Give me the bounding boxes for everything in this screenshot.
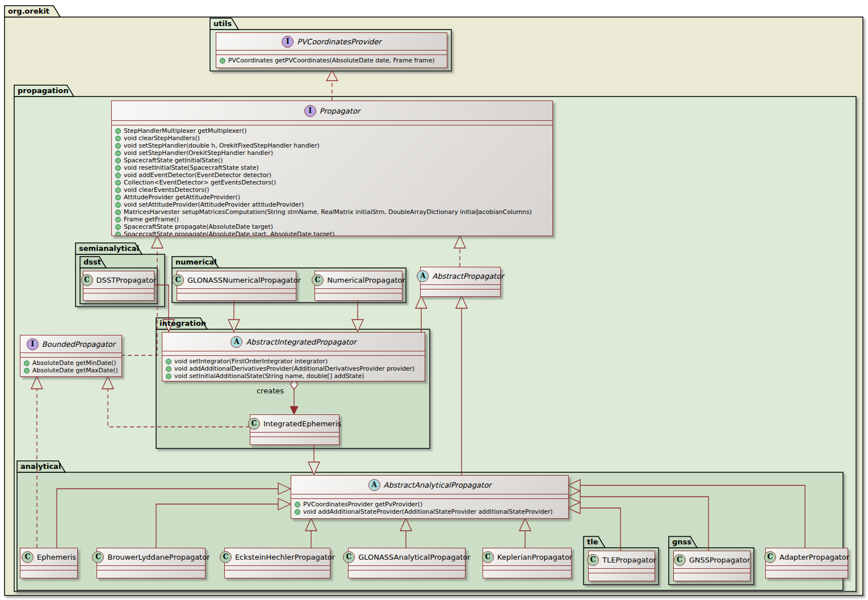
abstract-class-icon: A	[368, 479, 380, 491]
methods-compartment	[83, 293, 154, 300]
public-method-icon	[295, 509, 300, 515]
class-icon: C	[587, 554, 599, 566]
class-icon: C	[172, 274, 184, 286]
fields-compartment	[483, 566, 571, 570]
methods-compartment	[483, 570, 571, 578]
class-name: PVCoordinatesProvider	[297, 37, 381, 46]
fields-compartment	[162, 351, 425, 356]
fields-compartment	[766, 566, 848, 570]
package-label-org-orekit: org.orekit	[8, 7, 49, 15]
public-method-icon	[220, 58, 225, 64]
method: void setStepHandler(double h, OrekitFixe…	[115, 142, 549, 149]
method: AbsoluteDate getMinDate()	[24, 359, 118, 367]
fields-compartment	[97, 566, 205, 570]
class-title: C BrouwerLyddanePropagator	[97, 548, 205, 566]
method: SpacecraftState propagate(AbsoluteDate s…	[115, 230, 549, 236]
class-name: NumericalPropagator	[327, 276, 405, 284]
public-method-icon	[115, 150, 121, 156]
method: PVCoordinatesProvider getPvProvider()	[295, 501, 565, 508]
class-dsstpropagator: C DSSTPropagator	[83, 271, 154, 301]
class-glonassnumericalpropagator: C GLONASSNumericalPropagator	[177, 271, 296, 301]
public-method-icon	[115, 232, 121, 236]
methods-compartment	[315, 293, 402, 300]
fields-compartment	[349, 566, 465, 570]
class-title: C AdapterPropagator	[766, 548, 848, 566]
fields-compartment	[315, 289, 402, 293]
methods-compartment: StepHandlerMultiplexer getMultiplexer() …	[112, 125, 552, 236]
class-icon: C	[312, 274, 324, 286]
fields-compartment	[291, 494, 568, 499]
class-abstractintegratedpropagator: A AbstractIntegratedPropagator void setI…	[162, 332, 425, 381]
public-method-icon	[166, 366, 171, 372]
methods-compartment: PVCoordinatesProvider getPvProvider() vo…	[291, 499, 568, 518]
methods-compartment	[225, 570, 330, 578]
fields-compartment	[674, 569, 750, 573]
methods-compartment	[97, 570, 205, 578]
methods-compartment: AbsoluteDate getMinDate() AbsoluteDate g…	[20, 358, 121, 376]
class-title: A AbstractPropagator	[421, 267, 500, 285]
class-brouwerlyddanepropagator: C BrouwerLyddanePropagator	[97, 548, 206, 578]
class-icon: C	[343, 551, 355, 563]
abstract-class-icon: A	[417, 270, 429, 282]
fields-compartment	[20, 353, 121, 358]
package-label-propagation: propagation	[18, 86, 69, 95]
class-title: C DSSTPropagator	[83, 271, 154, 289]
public-method-icon	[115, 224, 121, 230]
class-name: BoundedPropagator	[42, 340, 115, 349]
fields-compartment	[216, 51, 447, 55]
public-method-icon	[24, 360, 30, 366]
method: StepHandlerMultiplexer getMultiplexer()	[115, 127, 549, 135]
class-title: C KeplerianPropagator	[483, 548, 571, 566]
method: MatricesHarvester setupMatricesComputati…	[115, 208, 549, 216]
method: void setStepHandler(OrekitStepHandler ha…	[115, 149, 549, 157]
class-name: GLONASSNumericalPropagator	[187, 276, 301, 284]
method: SpacecraftState propagate(AbsoluteDate t…	[115, 223, 549, 230]
class-icon: C	[248, 418, 260, 430]
methods-compartment	[177, 293, 296, 300]
class-abstractanalyticalpropagator: A AbstractAnalyticalPropagator PVCoordin…	[291, 475, 569, 519]
class-adapterpropagator: C AdapterPropagator	[765, 548, 848, 578]
package-label-utils: utils	[213, 19, 232, 28]
class-title: C Ephemeris	[20, 548, 77, 566]
methods-compartment	[250, 437, 339, 444]
method: void clearStepHandlers()	[115, 135, 549, 142]
fields-compartment	[83, 289, 154, 293]
class-name: TLEPropagator	[602, 556, 656, 564]
class-name: Ephemeris	[37, 553, 76, 561]
method: AbsoluteDate getMaxDate()	[24, 367, 118, 374]
public-method-icon	[166, 359, 171, 364]
package-label-gnss: gnss	[672, 538, 691, 546]
class-tlepropagator: C TLEPropagator	[588, 551, 655, 581]
class-boundedpropagator: I BoundedPropagator AbsoluteDate getMinD…	[20, 335, 122, 377]
method: void setIntegrator(FirstOrderIntegrator …	[166, 358, 421, 365]
class-icon: C	[674, 554, 686, 566]
fields-compartment	[250, 433, 339, 437]
public-method-icon	[115, 128, 121, 134]
class-pvcoordinatesprovider: I PVCoordinatesProvider PVCoordinates ge…	[216, 32, 447, 68]
class-abstractpropagator: A AbstractPropagator	[420, 267, 501, 297]
class-name: KeplerianPropagator	[497, 553, 572, 561]
creates-label: creates	[250, 387, 291, 395]
package-label-numerical: numerical	[175, 258, 217, 266]
class-title: C GLONASSAnalyticalPropagator	[349, 548, 465, 566]
diagram-canvas: org.orekit utils propagation semianalyti…	[0, 0, 868, 600]
class-title: A AbstractIntegratedPropagator	[162, 333, 425, 351]
public-method-icon	[115, 136, 121, 141]
class-ephemeris: C Ephemeris	[20, 548, 78, 578]
class-name: AdapterPropagator	[779, 553, 849, 561]
fields-compartment	[20, 566, 77, 570]
method: SpacecraftState getInitialState()	[115, 157, 549, 164]
methods-compartment	[421, 289, 500, 296]
class-title: C GLONASSNumericalPropagator	[177, 271, 296, 289]
method: void setInitialAdditionalState(String na…	[166, 372, 421, 380]
class-gnsspropagator: C GNSSPropagator	[673, 551, 750, 581]
public-method-icon	[115, 209, 121, 215]
interface-icon: I	[282, 36, 293, 48]
fields-compartment	[589, 569, 655, 573]
class-name: AbstractIntegratedPropagator	[246, 338, 356, 346]
method: AttitudeProvider getAttitudeProvider()	[115, 194, 549, 201]
public-method-icon	[24, 368, 30, 374]
class-name: BrouwerLyddanePropagator	[107, 553, 209, 561]
class-name: GNSSPropagator	[689, 556, 750, 564]
public-method-icon	[295, 502, 300, 507]
